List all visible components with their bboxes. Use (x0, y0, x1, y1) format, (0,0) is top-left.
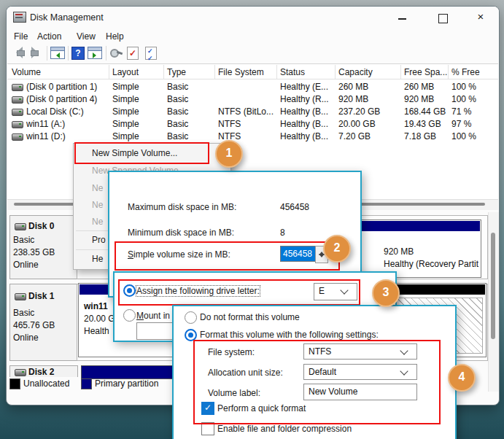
table-row[interactable]: win11 (A:) Simple Basic NTFS Healthy (B.… (7, 118, 498, 131)
screenshot-stage: Disk Management × File Action View Help … (0, 0, 504, 439)
partition-name-label: win11 (84, 301, 108, 311)
partition-size-label: 20.00 G (84, 314, 115, 324)
close-button[interactable]: × (470, 8, 491, 26)
partition-status-label: Healthy (Recovery Partit (384, 259, 478, 269)
console-pane-icon[interactable] (88, 47, 102, 59)
volume-icon (12, 121, 23, 128)
partition-status-label: Health (84, 326, 109, 336)
menu-view[interactable]: View (74, 28, 98, 44)
max-size-label: Maximum disk space in MB: (128, 202, 236, 212)
mount-folder-radio[interactable] (123, 309, 136, 322)
col-status[interactable]: Status (280, 66, 305, 79)
console-tree-icon[interactable] (50, 47, 65, 59)
disk-icon (15, 293, 26, 300)
max-size-value: 456458 (280, 202, 309, 212)
legend-unallocated-label: Unallocated (23, 378, 69, 389)
disk0-name: Disk 0 (28, 221, 54, 231)
table-row[interactable]: win11 (D:) Simple Basic NTFS Healthy (B.… (7, 131, 498, 143)
cell-pct: 100 % (451, 81, 476, 93)
col-layout[interactable]: Layout (112, 66, 139, 79)
forward-arrow-icon[interactable] (28, 47, 44, 58)
minimize-button[interactable] (392, 8, 412, 26)
volume-icon (12, 109, 23, 116)
format-label: Format this volume with the following se… (200, 330, 379, 340)
partition-size-label: 920 MB (384, 246, 414, 257)
checklist-icon[interactable]: ✓✓ (145, 47, 157, 60)
disk2-info-panel[interactable]: Disk 2 (9, 365, 78, 377)
min-size-label: Minimum disk space in MB: (128, 228, 234, 238)
col-type[interactable]: Type (167, 66, 186, 79)
col-capacity[interactable]: Capacity (338, 66, 373, 79)
annotation-box-4 (193, 340, 441, 424)
col-freespace[interactable]: Free Spa... (404, 66, 447, 79)
step-badge-3: 3 (372, 279, 400, 307)
disk1-info-panel[interactable]: Disk 1 Basic 465.76 GB Online (9, 284, 78, 361)
no-format-label: Do not format this volume (200, 312, 300, 322)
menu-help[interactable]: Help (103, 28, 127, 44)
annotation-box-1 (74, 142, 209, 164)
mount-folder-label: Mount in t (136, 311, 175, 321)
step-badge-2: 2 (323, 235, 351, 263)
disk1-status: Online (13, 333, 39, 343)
cell-free: 260 MB (404, 81, 434, 93)
maximize-button[interactable] (433, 8, 453, 26)
annotation-box-2 (115, 241, 340, 271)
volume-icon (12, 84, 23, 91)
compression-label: Enable file and folder compression (217, 424, 352, 434)
properties-lens-icon[interactable] (109, 47, 123, 57)
legend-primary-label: Primary partition (95, 378, 158, 389)
disk0-type: Basic (13, 235, 34, 245)
disk0-info-panel[interactable]: Disk 0 Basic 238.35 GB Online (9, 215, 78, 279)
disk0-status: Online (13, 260, 39, 270)
disk-icon (15, 223, 26, 230)
step-badge-4: 4 (448, 364, 476, 392)
help-icon[interactable]: ? (71, 47, 85, 60)
disk0-recovery-partition[interactable]: 920 MB Healthy (Recovery Partit (357, 219, 481, 278)
cell-layout: Simple (112, 81, 139, 93)
col-volume[interactable]: Volume (12, 66, 41, 79)
legend-unallocated-swatch (9, 378, 20, 389)
cell-capacity: 260 MB (338, 81, 368, 93)
partition-header-bar (359, 221, 480, 231)
col-pctfree[interactable]: % Free (451, 66, 480, 79)
cell-volume: (Disk 0 partition 1) (26, 81, 97, 93)
disk1-size: 465.76 GB (13, 320, 55, 330)
vertical-scrollbar-thumb[interactable] (491, 233, 495, 339)
legend-primary-swatch (81, 378, 92, 389)
annotation-box-3 (118, 279, 360, 306)
disk0-size: 238.35 GB (13, 247, 55, 257)
disk1-name: Disk 1 (28, 291, 54, 301)
step-badge-1: 1 (215, 140, 243, 168)
app-icon (13, 12, 26, 23)
disk2-name: Disk 2 (28, 367, 54, 377)
window-title: Disk Management (30, 12, 104, 23)
col-filesystem[interactable]: File System (218, 66, 264, 79)
cell-type: Basic (167, 81, 188, 93)
no-format-radio[interactable] (185, 311, 197, 324)
cell-status: Healthy (E... (280, 81, 328, 93)
disk-icon (15, 369, 26, 376)
min-size-value: 8 (280, 228, 285, 238)
table-row[interactable]: Local Disk (C:) Simple Basic NTFS (BitLo… (7, 106, 498, 118)
menu-file[interactable]: File (11, 28, 31, 44)
table-row[interactable]: (Disk 0 partition 4) Simple Basic Health… (7, 93, 498, 106)
disk1-type: Basic (13, 308, 34, 318)
table-row[interactable]: (Disk 0 partition 1) Simple Basic Health… (7, 81, 498, 93)
check-document-icon[interactable]: ✓ (127, 47, 139, 60)
volume-icon (12, 133, 23, 141)
volume-icon (12, 96, 23, 104)
back-arrow-icon[interactable] (10, 47, 26, 58)
menu-action[interactable]: Action (34, 28, 64, 44)
